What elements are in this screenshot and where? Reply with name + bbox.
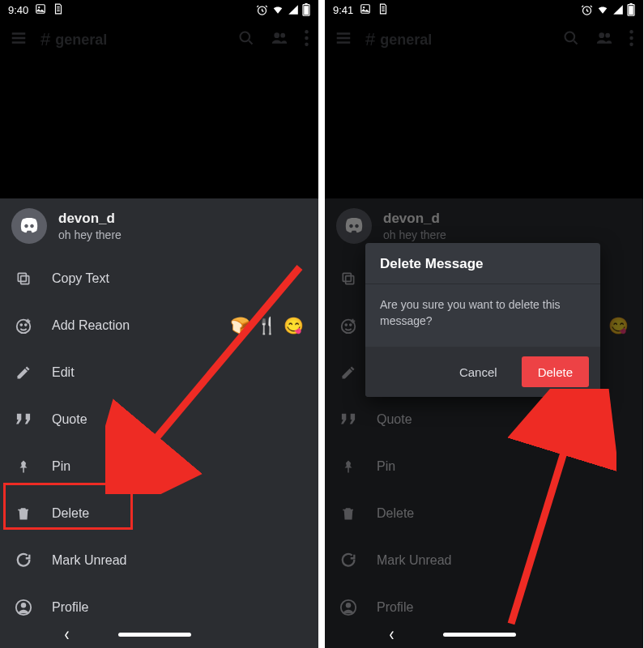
menu-item-pin[interactable]: Pin [325,443,643,490]
nav-back[interactable]: ‹ [65,623,70,645]
svg-rect-5 [304,6,309,15]
menu-item-unread[interactable]: Mark Unread [325,537,643,584]
svg-rect-13 [18,273,26,281]
svg-point-11 [305,43,308,46]
svg-point-18 [21,603,26,608]
menu-item-label: Add Reaction [52,318,211,333]
svg-point-21 [363,6,365,8]
svg-point-8 [280,33,285,38]
svg-point-31 [629,43,633,46]
channel-title: # general [365,29,550,50]
copy-icon [15,271,32,287]
svg-point-26 [565,32,575,42]
menu-item-label: Mark Unread [377,553,629,568]
menu-item-quote[interactable]: Quote [0,396,318,443]
menu-item-label: Quote [52,412,304,427]
message-text: oh hey there [383,228,446,241]
menu-item-delete[interactable]: Delete [0,490,318,537]
menu-item-copy[interactable]: Copy Text [0,255,318,302]
menu-item-label: Delete [52,506,304,521]
svg-point-36 [350,324,352,326]
svg-rect-4 [305,3,307,5]
dialog-title: Delete Message [365,243,600,284]
svg-point-38 [346,603,351,608]
app-header: # general [325,19,643,60]
nav-bar: ‹ [0,624,318,645]
menu-item-label: Delete [377,506,629,521]
nav-home-pill[interactable] [443,633,516,637]
svg-rect-33 [343,273,351,281]
unread-icon [15,552,32,569]
channel-name: general [55,32,107,49]
status-time: 9:40 [8,4,28,16]
edit-icon [15,364,32,381]
cancel-button[interactable]: Cancel [443,356,514,387]
svg-point-7 [274,32,279,38]
menu-item-label: Mark Unread [52,553,304,568]
channel-title: # general [41,29,225,50]
menu-item-label: Copy Text [52,271,304,286]
username: devon_d [58,211,122,227]
delete-button[interactable]: Delete [522,356,589,387]
svg-point-28 [605,33,610,38]
battery-icon [627,3,635,16]
status-doc-icon [53,3,64,17]
quote-icon [15,412,32,427]
channel-name: general [380,32,432,49]
menu-item-label: Quote [377,412,629,427]
hash-icon: # [365,29,375,50]
menu-item-pin[interactable]: Pin [0,443,318,490]
edit-icon [339,364,357,381]
menu-icon[interactable] [335,29,352,50]
nav-bar: ‹ [325,624,643,645]
svg-point-6 [241,32,250,42]
svg-point-1 [38,6,40,8]
message-text: oh hey there [58,228,122,241]
svg-point-37 [341,600,356,615]
nav-home-pill[interactable] [118,633,191,637]
profile-icon [339,599,357,616]
action-sheet: devon_d oh hey there Copy TextAdd Reacti… [0,198,318,648]
svg-rect-24 [629,3,632,5]
reaction-icon [339,317,357,335]
avatar [11,208,47,244]
copy-icon [339,271,357,287]
svg-point-29 [629,30,633,33]
reaction-extras: 😋 [608,316,629,335]
menu-item-delete[interactable]: Delete [325,490,643,537]
more-icon[interactable] [305,30,309,49]
svg-point-34 [342,320,356,334]
search-icon[interactable] [238,30,254,49]
message-header: devon_d oh hey there [0,198,318,255]
members-icon[interactable] [271,30,288,49]
menu-item-reaction[interactable]: Add Reaction🍞🍴😋 [0,302,318,349]
delete-icon [339,505,357,522]
menu-icon[interactable] [10,29,28,50]
status-doc-icon [377,3,389,17]
signal-icon [288,4,299,15]
status-bar: 9:40 [0,0,318,19]
svg-rect-12 [21,276,29,284]
profile-icon [15,599,32,616]
search-icon[interactable] [563,30,579,49]
menu-item-edit[interactable]: Edit [0,349,318,396]
menu-item-unread[interactable]: Mark Unread [0,537,318,584]
nav-back[interactable]: ‹ [390,623,395,645]
phone-right: 9:41 # general [325,0,643,648]
dialog-body: Are you sure you want to delete this mes… [365,284,600,347]
svg-rect-32 [346,276,354,284]
menu-item-label: Profile [52,600,304,615]
avatar [336,208,372,244]
more-icon[interactable] [629,30,633,49]
menu-item-label: Pin [52,459,304,474]
svg-point-10 [305,36,308,40]
status-time: 9:41 [333,4,353,16]
username: devon_d [383,211,446,227]
status-image-icon [360,3,371,17]
delete-dialog: Delete Message Are you sure you want to … [365,243,600,397]
menu-item-quote[interactable]: Quote [325,396,643,443]
battery-icon [302,3,310,16]
svg-rect-25 [629,6,633,15]
menu-item-label: Edit [52,365,304,380]
members-icon[interactable] [595,30,613,49]
